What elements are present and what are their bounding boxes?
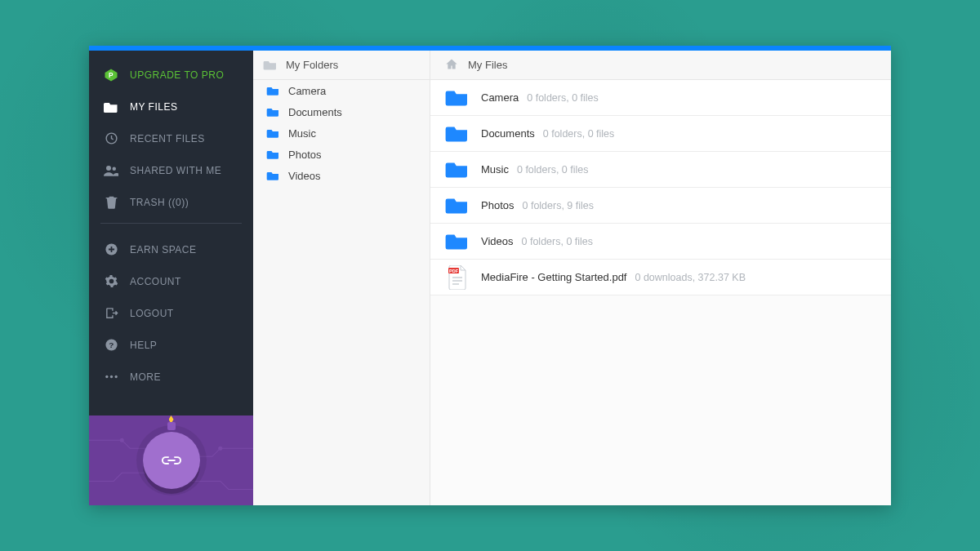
svg-text:?: ?	[109, 340, 114, 349]
pro-badge-icon: P	[102, 68, 120, 82]
svg-point-4	[113, 167, 117, 171]
folder-icon	[102, 100, 120, 113]
sidebar-upgrade-label: UPGRADE TO PRO	[130, 69, 224, 81]
svg-text:PDF: PDF	[449, 268, 459, 273]
folder-blue-icon	[445, 231, 470, 252]
link-icon	[161, 455, 182, 466]
file-meta: 0 folders, 0 files	[522, 236, 594, 247]
svg-point-10	[114, 375, 117, 378]
help-icon: ?	[102, 338, 120, 352]
tree-item[interactable]: Camera	[253, 80, 430, 101]
svg-point-11	[120, 438, 123, 442]
svg-text:P: P	[109, 72, 114, 79]
gear-icon	[102, 274, 120, 288]
sidebar-item-label: EARN SPACE	[130, 244, 196, 256]
sidebar-item-label: ACCOUNT	[130, 276, 181, 287]
sidebar: P UPGRADE TO PRO MY FILES RECENT FILES	[89, 46, 253, 505]
tree-item-label: Camera	[288, 85, 326, 97]
svg-rect-16	[452, 280, 462, 282]
tree-item-label: Documents	[288, 106, 342, 118]
sidebar-item-label: SHARED WITH ME	[130, 165, 221, 176]
svg-rect-17	[452, 283, 459, 285]
sidebar-item-label: HELP	[130, 340, 157, 351]
logout-icon	[102, 306, 120, 320]
file-row[interactable]: Camera0 folders, 0 files	[430, 80, 891, 116]
tree-item[interactable]: Music	[253, 122, 430, 144]
file-meta: 0 folders, 0 files	[543, 128, 615, 140]
folder-blue-icon	[445, 195, 470, 216]
sidebar-bottom: EARN SPACE ACCOUNT LOGOUT ? HELP	[89, 229, 253, 393]
sidebar-item-shared[interactable]: SHARED WITH ME	[89, 154, 253, 186]
clock-icon	[102, 131, 120, 145]
folder-blue-icon	[266, 149, 280, 160]
pdf-file-icon: PDF	[445, 267, 470, 288]
file-name: Videos	[481, 235, 514, 247]
sidebar-item-account[interactable]: ACCOUNT	[89, 265, 253, 297]
main-panel: My Files Camera0 folders, 0 filesDocumen…	[430, 46, 891, 505]
sidebar-item-label: RECENT FILES	[130, 133, 205, 144]
file-list: Camera0 folders, 0 filesDocuments0 folde…	[430, 80, 891, 295]
folder-blue-icon	[266, 107, 280, 118]
file-meta: 0 downloads, 372.37 KB	[635, 272, 746, 283]
file-row[interactable]: PDFMediaFire - Getting Started.pdf0 down…	[430, 260, 891, 295]
svg-rect-15	[452, 277, 462, 278]
file-meta: 0 folders, 0 files	[527, 92, 599, 104]
tree-item-label: Photos	[288, 149, 321, 161]
folder-blue-icon	[266, 171, 280, 181]
file-name: Music	[481, 163, 509, 176]
folder-tree-header-label: My Folders	[286, 59, 338, 71]
folder-blue-icon	[445, 159, 470, 180]
file-row[interactable]: Documents0 folders, 0 files	[430, 116, 891, 152]
file-meta: 0 folders, 0 files	[517, 164, 589, 176]
plus-circle-icon	[102, 242, 120, 256]
sidebar-item-label: LOGOUT	[130, 308, 174, 319]
sidebar-item-label: TRASH ((0))	[130, 197, 189, 208]
sidebar-item-trash[interactable]: TRASH ((0))	[89, 186, 253, 218]
tree-item-label: Videos	[288, 170, 321, 182]
sidebar-item-myfiles[interactable]: MY FILES	[89, 91, 253, 122]
folder-tree-header[interactable]: My Folders	[253, 51, 430, 80]
tree-item[interactable]: Documents	[253, 101, 430, 122]
trash-icon	[102, 195, 120, 209]
svg-point-3	[106, 166, 111, 171]
file-meta: 0 folders, 9 files	[522, 200, 594, 211]
file-name: Documents	[481, 127, 535, 140]
file-name: Photos	[481, 199, 514, 211]
file-name: Camera	[481, 91, 519, 104]
folder-blue-icon	[266, 128, 280, 139]
sidebar-item-help[interactable]: ? HELP	[89, 329, 253, 361]
breadcrumb[interactable]: My Files	[430, 51, 891, 80]
tree-item[interactable]: Videos	[253, 165, 430, 186]
app-window: P UPGRADE TO PRO MY FILES RECENT FILES	[89, 46, 891, 505]
sidebar-divider	[100, 223, 242, 224]
svg-point-12	[219, 447, 222, 450]
sidebar-item-label: MORE	[130, 371, 161, 383]
sidebar-item-label: MY FILES	[130, 101, 177, 113]
folder-tree: My Folders CameraDocumentsMusicPhotosVid…	[253, 46, 430, 505]
folder-blue-icon	[445, 123, 470, 144]
file-name: MediaFire - Getting Started.pdf	[481, 271, 626, 283]
people-icon	[102, 165, 120, 176]
tree-item-label: Music	[288, 127, 316, 140]
breadcrumb-label: My Files	[468, 59, 507, 71]
sidebar-item-recent[interactable]: RECENT FILES	[89, 122, 253, 154]
sidebar-item-logout[interactable]: LOGOUT	[89, 297, 253, 329]
svg-point-8	[105, 375, 108, 378]
sidebar-upgrade[interactable]: P UPGRADE TO PRO	[89, 59, 253, 91]
folder-grey-icon	[263, 60, 278, 71]
svg-point-9	[109, 375, 112, 378]
folder-blue-icon	[445, 87, 470, 109]
sidebar-promo[interactable]	[89, 415, 253, 505]
sidebar-item-more[interactable]: MORE	[89, 361, 253, 393]
promo-bomb-graphic	[143, 432, 200, 489]
sidebar-top: P UPGRADE TO PRO MY FILES RECENT FILES	[89, 46, 253, 218]
file-row[interactable]: Music0 folders, 0 files	[430, 152, 891, 188]
file-row[interactable]: Photos0 folders, 9 files	[430, 188, 891, 224]
home-icon	[445, 58, 458, 73]
folder-blue-icon	[266, 86, 280, 96]
sidebar-item-earn[interactable]: EARN SPACE	[89, 233, 253, 265]
more-icon	[102, 375, 120, 379]
file-row[interactable]: Videos0 folders, 0 files	[430, 224, 891, 260]
tree-item[interactable]: Photos	[253, 144, 430, 165]
